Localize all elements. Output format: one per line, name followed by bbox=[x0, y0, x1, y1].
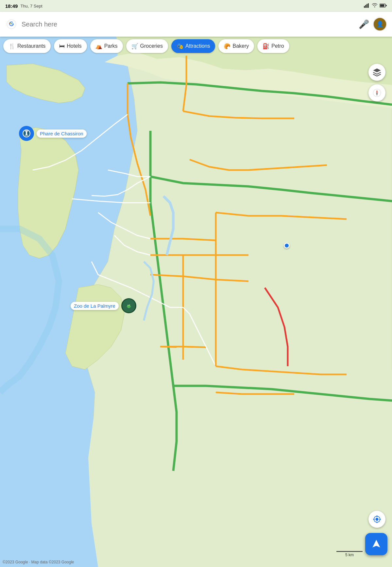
bakery-icon: 🥐 bbox=[224, 43, 230, 50]
petro-icon: ⛽ bbox=[263, 43, 269, 50]
scale-label: 5 km bbox=[345, 553, 354, 557]
svg-rect-4 bbox=[25, 135, 28, 135]
location-dot bbox=[284, 243, 290, 249]
chip-restaurants[interactable]: 🍴Restaurants bbox=[3, 39, 51, 53]
status-date: Thu, 7 Sept bbox=[20, 4, 42, 9]
filter-chips: 🍴Restaurants🛏Hotels⛺Parks🛒Groceries🎭Attr… bbox=[0, 37, 392, 56]
parks-icon: ⛺ bbox=[95, 43, 102, 50]
map-scale: 5 km bbox=[336, 551, 363, 557]
parks-label: Parks bbox=[104, 43, 118, 49]
svg-rect-17 bbox=[364, 6, 365, 8]
status-time: 18:49 bbox=[5, 3, 18, 9]
svg-point-7 bbox=[129, 304, 130, 305]
svg-rect-19 bbox=[366, 4, 367, 8]
restaurants-icon: 🍴 bbox=[9, 43, 15, 50]
chip-hotels[interactable]: 🛏Hotels bbox=[54, 39, 87, 53]
attraction-pin-phare bbox=[19, 126, 34, 141]
svg-rect-18 bbox=[365, 5, 366, 8]
groceries-icon: 🛒 bbox=[131, 43, 138, 50]
restaurants-label: Restaurants bbox=[17, 43, 45, 49]
compass-control[interactable] bbox=[368, 84, 385, 101]
groceries-label: Groceries bbox=[140, 43, 163, 49]
chip-bakery[interactable]: 🥐Bakery bbox=[218, 39, 254, 53]
attraction-label-phare: Phare de Chassiron bbox=[37, 129, 87, 138]
attraction-phare-chassiron[interactable]: Phare de Chassiron bbox=[19, 126, 87, 141]
battery-icon bbox=[380, 3, 387, 9]
chip-attractions[interactable]: 🎭Attractions bbox=[171, 39, 215, 53]
user-avatar[interactable]: 👤 bbox=[373, 17, 387, 31]
search-bar: 🎤 👤 bbox=[0, 12, 392, 37]
map-view[interactable]: L'Aiguillon-la-Presqu'île régional du Ma… bbox=[0, 0, 392, 567]
map-svg bbox=[0, 0, 392, 567]
chip-groceries[interactable]: 🛒Groceries bbox=[126, 39, 168, 53]
chip-parks[interactable]: ⛺Parks bbox=[90, 39, 123, 53]
signal-icon bbox=[364, 3, 370, 9]
mic-icon[interactable]: 🎤 bbox=[359, 19, 369, 29]
svg-rect-20 bbox=[368, 3, 369, 8]
search-input[interactable] bbox=[22, 21, 355, 28]
attractions-icon: 🎭 bbox=[177, 43, 183, 50]
attraction-zoo-palmyre[interactable]: Zoo de La Palmyre bbox=[71, 298, 136, 313]
attraction-label-zoo: Zoo de La Palmyre bbox=[71, 302, 119, 310]
wifi-icon bbox=[372, 3, 378, 9]
hotels-label: Hotels bbox=[67, 43, 81, 49]
chip-petro[interactable]: ⛽Petro bbox=[257, 39, 289, 53]
svg-rect-22 bbox=[380, 5, 384, 7]
layers-control[interactable] bbox=[368, 64, 385, 81]
attractions-label: Attractions bbox=[185, 43, 210, 49]
bakery-label: Bakery bbox=[232, 43, 249, 49]
my-location-control[interactable] bbox=[368, 511, 385, 528]
svg-rect-3 bbox=[25, 130, 28, 131]
hotels-icon: 🛏 bbox=[59, 43, 65, 49]
copyright-text: ©2023 Google · Map data ©2023 Google bbox=[3, 560, 74, 564]
svg-point-6 bbox=[127, 305, 128, 306]
google-logo bbox=[5, 18, 18, 30]
svg-rect-23 bbox=[386, 5, 387, 6]
navigate-button[interactable] bbox=[365, 533, 387, 555]
svg-point-11 bbox=[375, 518, 378, 521]
attraction-pin-zoo bbox=[121, 298, 136, 313]
status-bar: 18:49 Thu, 7 Sept bbox=[0, 0, 392, 12]
petro-label: Petro bbox=[271, 43, 284, 49]
